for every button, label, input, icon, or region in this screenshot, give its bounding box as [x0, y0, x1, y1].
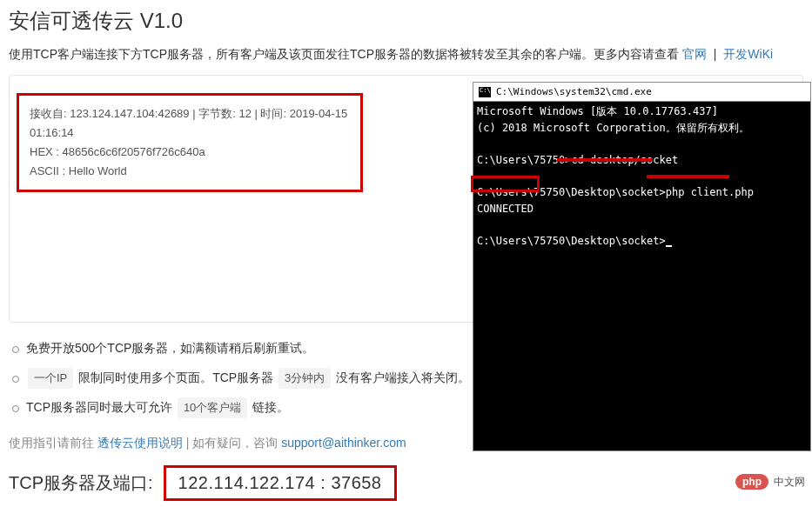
badge-one-ip: 一个IP [28, 368, 73, 389]
page-title: 安信可透传云 V1.0 [0, 0, 812, 47]
cmd-window[interactable]: C:\Windows\system32\cmd.exe Microsoft Wi… [473, 82, 811, 451]
bullet-1-text: 免费开放500个TCP服务器，如满额请稍后刷新重试。 [26, 341, 314, 355]
guide-link[interactable]: 透传云使用说明 [97, 436, 183, 450]
cmd-icon [479, 87, 491, 97]
watermark: php 中文网 [735, 474, 805, 490]
cmd-cursor [666, 245, 672, 247]
link-wiki[interactable]: 开发WiKi [723, 47, 773, 61]
highlight-php-cmd [647, 175, 729, 178]
received-box: 接收自: 123.124.147.104:42689 | 字节数: 12 | 时… [17, 93, 363, 192]
cmd-l1: Microsoft Windows [版本 10.0.17763.437] [477, 105, 718, 117]
link-official[interactable]: 官网 [682, 47, 707, 61]
cmd-l7: CONNECTED [477, 203, 534, 215]
received-hex: HEX : 48656c6c6f20576f726c640a [30, 143, 350, 162]
watermark-text: 中文网 [774, 475, 805, 490]
badge-10clients: 10个客户端 [178, 397, 247, 418]
cmd-titlebar[interactable]: C:\Windows\system32\cmd.exe [473, 83, 810, 102]
bullet-list: 免费开放500个TCP服务器，如满额请稍后刷新重试。 一个IP 限制同时使用多个… [9, 338, 803, 418]
cmd-l2: (c) 2018 Microsoft Corporation。保留所有权利。 [477, 122, 749, 134]
bullet-1: 免费开放500个TCP服务器，如满额请稍后刷新重试。 [9, 338, 803, 359]
cmd-title: C:\Windows\system32\cmd.exe [496, 86, 652, 97]
bullet-3-text2: 链接。 [249, 400, 289, 414]
badge-3min: 3分钟内 [278, 368, 331, 389]
received-meta: 接收自: 123.124.147.104:42689 | 字节数: 12 | 时… [30, 104, 350, 143]
guide-mid: | 如有疑问，咨询 [186, 436, 281, 450]
received-ascii: ASCII : Hello World [30, 162, 350, 181]
bullet-3: TCP服务器同时最大可允许 10个客户端 链接。 [9, 397, 803, 418]
highlight-cd-cmd [557, 158, 653, 162]
support-email[interactable]: support@aithinker.com [281, 436, 406, 450]
intro-text: 使用TCP客户端连接下方TCP服务器，所有客户端及该页面发往TCP服务器的数据将… [9, 47, 682, 61]
server-port-label: TCP服务器及端口: [9, 471, 153, 495]
server-port-value: 122.114.122.174 : 37658 [164, 465, 397, 501]
watermark-pill: php [735, 474, 768, 490]
bullet-3-text1: TCP服务器同时最大可允许 [26, 400, 176, 414]
intro-line: 使用TCP客户端连接下方TCP服务器，所有客户端及该页面发往TCP服务器的数据将… [0, 47, 812, 75]
intro-sep: | [714, 47, 717, 61]
bullet-2-text1: 限制同时使用多个页面。TCP服务器 [75, 370, 277, 384]
bullet-2-text2: 没有客户端接入将关闭。 [332, 370, 470, 384]
server-port-row: TCP服务器及端口: 122.114.122.174 : 37658 [0, 464, 812, 503]
bullet-2: 一个IP 限制同时使用多个页面。TCP服务器 3分钟内 没有客户端接入将关闭。 [9, 368, 803, 389]
cmd-body[interactable]: Microsoft Windows [版本 10.0.17763.437] (c… [473, 102, 810, 316]
guide-pre: 使用指引请前往 [9, 436, 97, 450]
cmd-l9: C:\Users\75750\Desktop\socket> [477, 235, 666, 247]
highlight-connected [471, 176, 540, 192]
